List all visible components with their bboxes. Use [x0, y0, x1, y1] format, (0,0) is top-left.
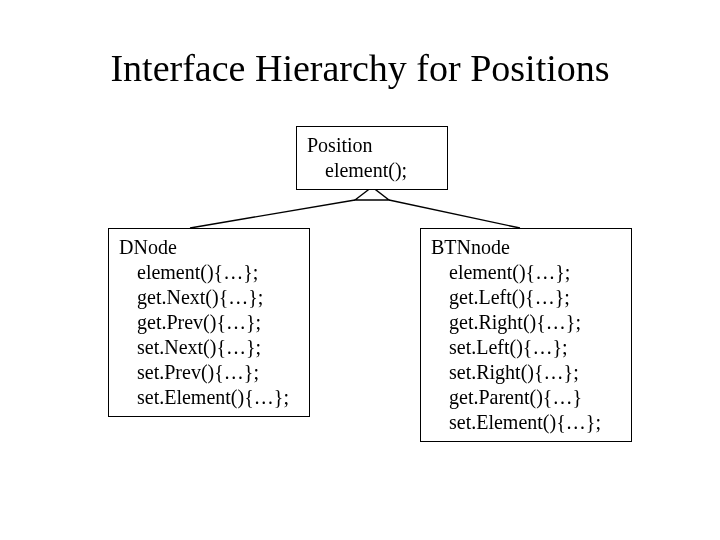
dnode-method: get.Next(){…}; — [119, 285, 299, 310]
btnnode-method: get.Left(){…}; — [431, 285, 621, 310]
btnnode-method: set.Right(){…}; — [431, 360, 621, 385]
btnnode-method: set.Left(){…}; — [431, 335, 621, 360]
btnnode-method: get.Parent(){…} — [431, 385, 621, 410]
svg-line-1 — [190, 200, 355, 228]
dnode-method: set.Prev(){…}; — [119, 360, 299, 385]
position-name: Position — [307, 133, 437, 158]
dnode-name: DNode — [119, 235, 299, 260]
btnnode-box: BTNnode element(){…}; get.Left(){…}; get… — [420, 228, 632, 442]
btnnode-method: get.Right(){…}; — [431, 310, 621, 335]
dnode-box: DNode element(){…}; get.Next(){…}; get.P… — [108, 228, 310, 417]
dnode-method: set.Element(){…}; — [119, 385, 299, 410]
position-method: element(); — [307, 158, 437, 183]
btnnode-name: BTNnode — [431, 235, 621, 260]
btnnode-method: set.Element(){…}; — [431, 410, 621, 435]
page-title: Interface Hierarchy for Positions — [0, 46, 720, 90]
svg-line-2 — [389, 200, 520, 228]
dnode-method: set.Next(){…}; — [119, 335, 299, 360]
dnode-method: element(){…}; — [119, 260, 299, 285]
btnnode-method: element(){…}; — [431, 260, 621, 285]
dnode-method: get.Prev(){…}; — [119, 310, 299, 335]
position-box: Position element(); — [296, 126, 448, 190]
